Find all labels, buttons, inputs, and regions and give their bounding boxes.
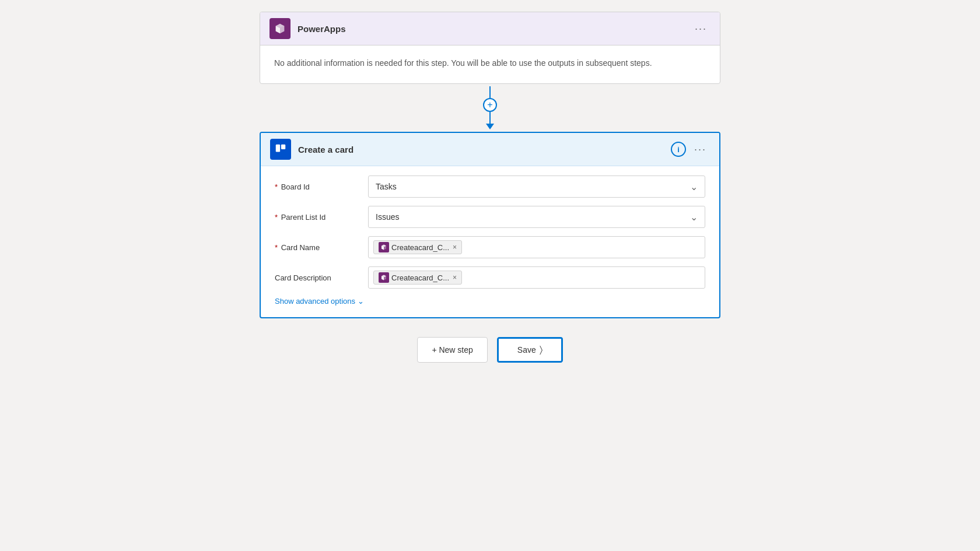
show-advanced-chevron-icon: ⌄ <box>358 297 364 306</box>
powerapps-card-header: PowerApps ··· <box>260 12 720 45</box>
trello-card-header: Create a card i ··· <box>261 133 719 166</box>
svg-rect-0 <box>276 145 280 152</box>
card-name-tag-icon <box>379 242 389 252</box>
powerapps-more-button[interactable]: ··· <box>691 22 710 36</box>
add-step-icon: + <box>487 100 492 110</box>
trello-card: Create a card i ··· * Board Id Tasks ⌄ <box>260 132 720 318</box>
add-step-button[interactable]: + <box>483 98 497 112</box>
card-description-tag-field[interactable]: Createacard_C... × <box>368 266 705 289</box>
card-name-label: * Card Name <box>275 243 368 252</box>
card-name-tag-text: Createacard_C... <box>391 243 449 252</box>
trello-info-button[interactable]: i <box>671 142 686 157</box>
card-name-tag-close[interactable]: × <box>453 243 457 251</box>
connector-line-bottom <box>489 112 491 124</box>
connector-line-top <box>489 86 491 98</box>
board-id-input[interactable]: Tasks ⌄ <box>368 176 705 198</box>
powerapps-header-right: ··· <box>691 22 710 36</box>
svg-rect-1 <box>281 145 285 149</box>
card-name-tag: Createacard_C... × <box>373 240 462 254</box>
card-description-row: Card Description Create <box>275 266 705 289</box>
card-name-row: * Card Name C <box>275 236 705 258</box>
card-name-required-mark: * <box>275 243 278 252</box>
board-id-row: * Board Id Tasks ⌄ <box>275 176 705 198</box>
parent-list-id-row: * Parent List Id Issues ⌄ <box>275 206 705 228</box>
powerapps-title: PowerApps <box>298 24 346 34</box>
trello-header-left: Create a card <box>270 139 354 160</box>
parent-list-id-value: Issues <box>376 212 399 222</box>
parent-list-chevron-icon: ⌄ <box>690 212 698 223</box>
card-name-tag-field[interactable]: Createacard_C... × <box>368 236 705 258</box>
parent-list-id-input[interactable]: Issues ⌄ <box>368 206 705 228</box>
step-connector: + <box>483 86 497 129</box>
card-description-tag: Createacard_C... × <box>373 271 462 285</box>
save-button[interactable]: Save 〉 <box>497 337 563 363</box>
board-id-chevron-icon: ⌄ <box>690 181 698 192</box>
powerapps-card-body: No additional information is needed for … <box>260 45 720 83</box>
board-id-required-mark: * <box>275 183 278 191</box>
new-step-button[interactable]: + New step <box>417 337 487 363</box>
card-description-tag-icon <box>379 272 389 283</box>
trello-card-title: Create a card <box>298 145 354 155</box>
trello-more-button[interactable]: ··· <box>691 142 710 157</box>
save-button-label: Save <box>517 345 536 355</box>
show-advanced-label: Show advanced options <box>275 297 355 306</box>
trello-header-right: i ··· <box>671 142 710 157</box>
show-advanced-button[interactable]: Show advanced options ⌄ <box>275 297 364 306</box>
trello-card-body: * Board Id Tasks ⌄ * Parent List Id <box>261 166 719 317</box>
parent-list-id-label: * Parent List Id <box>275 213 368 222</box>
board-id-select[interactable]: Tasks ⌄ <box>368 176 705 198</box>
cursor-icon: 〉 <box>540 345 542 355</box>
powerapps-card: PowerApps ··· No additional information … <box>260 12 720 84</box>
card-description-label: Card Description <box>275 273 368 282</box>
parent-list-required-mark: * <box>275 213 278 222</box>
powerapps-icon <box>270 18 290 39</box>
powerapps-body-text: No additional information is needed for … <box>274 58 652 68</box>
card-name-input[interactable]: Createacard_C... × <box>368 236 705 258</box>
card-description-tag-close[interactable]: × <box>453 273 457 282</box>
card-description-input[interactable]: Createacard_C... × <box>368 266 705 289</box>
powerapps-header-left: PowerApps <box>270 18 346 39</box>
trello-icon <box>270 139 291 160</box>
parent-list-id-select[interactable]: Issues ⌄ <box>368 206 705 228</box>
bottom-buttons: + New step Save 〉 <box>417 337 562 363</box>
board-id-label: * Board Id <box>275 183 368 191</box>
flow-container: PowerApps ··· No additional information … <box>257 12 723 363</box>
connector-arrow <box>486 124 494 129</box>
card-description-tag-text: Createacard_C... <box>391 273 449 282</box>
board-id-value: Tasks <box>376 182 397 191</box>
